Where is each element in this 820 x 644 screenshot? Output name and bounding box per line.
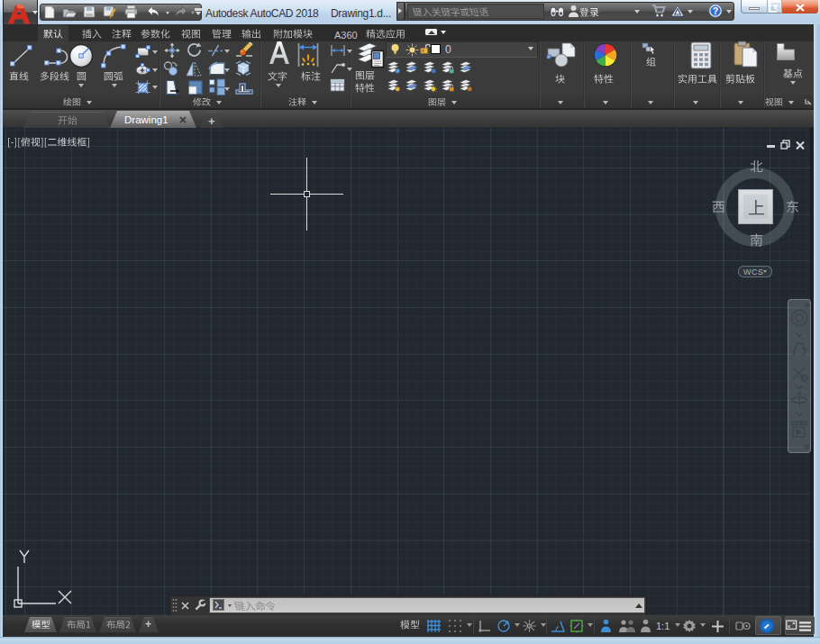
svg-text:?: ? [713, 5, 718, 16]
